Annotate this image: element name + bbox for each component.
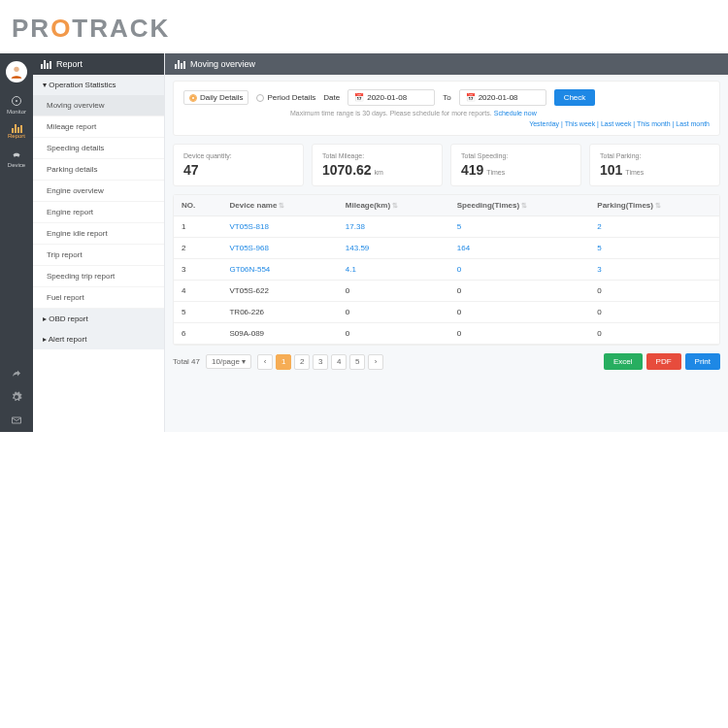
- sidebar-item-speeding[interactable]: Speeding details: [33, 138, 164, 159]
- sidebar-item-engine-idle[interactable]: Engine idle report: [33, 223, 164, 245]
- quick-links: Yesterday | This week | Last week | This…: [183, 120, 710, 127]
- hint-text: Maximum time range is 30 days. Please sc…: [290, 110, 710, 116]
- nav-report[interactable]: Report: [0, 119, 33, 144]
- device-link[interactable]: VT05S-818: [221, 216, 337, 238]
- column-header[interactable]: Speeding(Times)⇅: [449, 195, 590, 216]
- table-row: 3GT06N-5544.103: [174, 259, 719, 281]
- page-number[interactable]: 5: [349, 354, 365, 370]
- page-number[interactable]: 3: [313, 354, 328, 370]
- sidebar-item-engine-report[interactable]: Engine report: [33, 202, 164, 223]
- nav-device[interactable]: Device: [0, 144, 33, 173]
- svg-point-5: [17, 155, 19, 157]
- device-link[interactable]: VT05S-968: [221, 238, 337, 259]
- total-count: Total 47: [173, 357, 200, 366]
- svg-point-3: [16, 100, 17, 102]
- sidebar: Report ▾ Operation Statistics Moving ove…: [33, 53, 165, 432]
- filter-panel: Daily Details Period Details Date 📅2020-…: [173, 81, 720, 136]
- page-number[interactable]: 1: [276, 354, 291, 370]
- quick-yesterday[interactable]: Yesterday: [529, 120, 559, 127]
- schedule-link[interactable]: Schedule now: [494, 110, 537, 116]
- sidebar-group-alert[interactable]: ▸ Alert report: [33, 329, 164, 349]
- device-link[interactable]: GT06N-554: [221, 259, 337, 281]
- quick-last-month[interactable]: Last month: [676, 120, 710, 127]
- to-label: To: [443, 93, 450, 102]
- data-table: NO.Device name⇅Mileage(km)⇅Speeding(Time…: [173, 194, 720, 346]
- device-link: S09A-089: [221, 323, 337, 345]
- radio-period[interactable]: Period Details: [256, 93, 315, 102]
- column-header[interactable]: Parking(Times)⇅: [589, 195, 719, 216]
- sidebar-group-operation[interactable]: ▾ Operation Statistics: [33, 75, 164, 95]
- pager: Total 47 10/page ▾ ‹12345›: [173, 354, 383, 370]
- sidebar-item-trip[interactable]: Trip report: [33, 245, 164, 266]
- page-header: Moving overview: [165, 53, 728, 75]
- nav-rail: Monitor Report Device: [0, 53, 33, 432]
- device-link: VT05S-622: [221, 281, 337, 302]
- export-excel-button[interactable]: Excel: [604, 353, 643, 370]
- avatar[interactable]: [6, 61, 27, 83]
- mail-icon[interactable]: [11, 414, 22, 426]
- quick-this-month[interactable]: This month: [637, 120, 671, 127]
- sidebar-item-mileage[interactable]: Mileage report: [33, 116, 164, 138]
- stat-card: Device quantity:47: [173, 144, 304, 186]
- page-next[interactable]: ›: [368, 354, 383, 370]
- check-button[interactable]: Check: [554, 89, 596, 106]
- column-header[interactable]: Device name⇅: [221, 195, 337, 216]
- stat-card: Total Mileage:1070.62km: [312, 144, 443, 186]
- nav-monitor[interactable]: Monitor: [0, 90, 33, 119]
- chart-icon: [175, 60, 185, 69]
- quick-last-week[interactable]: Last week: [601, 120, 632, 127]
- device-link: TR06-226: [221, 302, 337, 323]
- svg-point-0: [14, 67, 18, 72]
- date-from[interactable]: 📅2020-01-08: [347, 89, 435, 106]
- page-number[interactable]: 2: [294, 354, 310, 370]
- chart-icon: [41, 60, 51, 69]
- sidebar-group-obd[interactable]: ▸ OBD report: [33, 309, 164, 329]
- calendar-icon: 📅: [466, 93, 476, 102]
- table-row: 2VT05S-968143.591645: [174, 238, 719, 259]
- calendar-icon: 📅: [354, 93, 364, 102]
- table-row: 4VT05S-622000: [174, 281, 719, 302]
- gear-icon[interactable]: [11, 391, 22, 403]
- sidebar-item-speeding-trip[interactable]: Speeding trip report: [33, 266, 164, 287]
- table-row: 1VT05S-81817.3852: [174, 216, 719, 238]
- print-button[interactable]: Print: [685, 353, 720, 370]
- page-title: Moving overview: [190, 59, 255, 69]
- brand-logo: PROTRACK: [0, 0, 728, 53]
- table-row: 6S09A-089000: [174, 323, 719, 345]
- stat-card: Total Speeding:419Times: [450, 144, 581, 186]
- page-size-select[interactable]: 10/page ▾: [206, 354, 251, 369]
- page-prev[interactable]: ‹: [257, 354, 273, 370]
- sidebar-item-moving-overview[interactable]: Moving overview: [33, 95, 164, 116]
- column-header[interactable]: NO.: [174, 195, 221, 216]
- sidebar-item-parking[interactable]: Parking details: [33, 159, 164, 181]
- date-to[interactable]: 📅2020-01-08: [459, 89, 546, 106]
- export-pdf-button[interactable]: PDF: [646, 353, 681, 370]
- table-row: 5TR06-226000: [174, 302, 719, 323]
- quick-this-week[interactable]: This week: [565, 120, 596, 127]
- radio-daily[interactable]: Daily Details: [183, 90, 248, 105]
- stat-card: Total Parking:101Times: [589, 144, 720, 186]
- sidebar-header: Report: [33, 53, 164, 75]
- svg-point-4: [14, 155, 16, 157]
- chart-icon: [12, 124, 22, 133]
- date-label: Date: [323, 93, 340, 102]
- sidebar-item-fuel[interactable]: Fuel report: [33, 287, 164, 309]
- page-number[interactable]: 4: [331, 354, 347, 370]
- share-icon[interactable]: [11, 368, 22, 380]
- sidebar-item-engine-overview[interactable]: Engine overview: [33, 181, 164, 202]
- column-header[interactable]: Mileage(km)⇅: [338, 195, 449, 216]
